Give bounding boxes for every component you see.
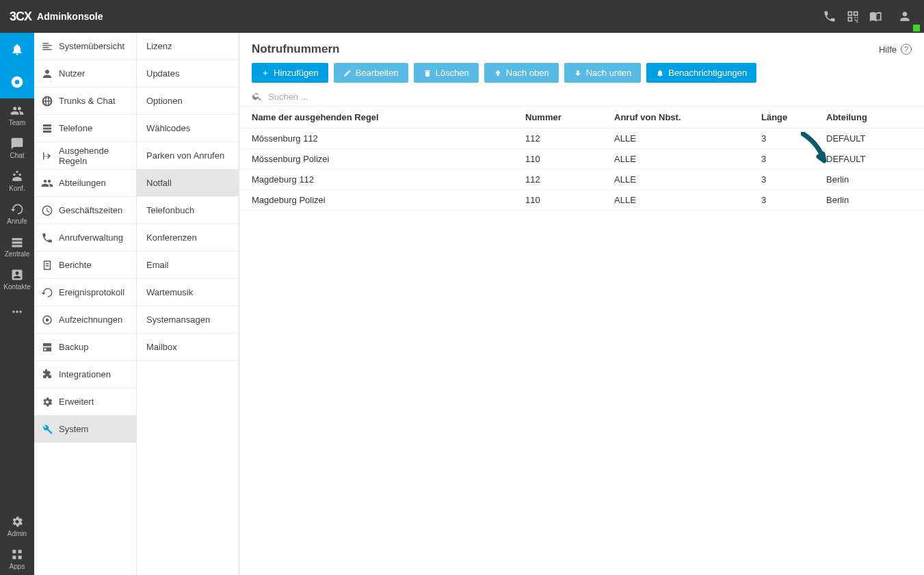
up-button-label: Nach oben xyxy=(506,68,549,78)
rail-admin-label: Admin xyxy=(8,530,27,537)
rail-team[interactable]: Team xyxy=(0,98,34,131)
cell-length: 3 xyxy=(761,133,826,144)
rail-admin[interactable]: Admin xyxy=(0,509,34,542)
subnav-item-0[interactable]: Lizenz xyxy=(137,33,239,60)
notify-button[interactable]: Benachrichtigungen xyxy=(646,63,756,83)
subnav-item-9[interactable]: Wartemusik xyxy=(137,279,239,306)
nav-item-departments[interactable]: Abteilungen xyxy=(34,170,136,197)
nav-item-user[interactable]: Nutzer xyxy=(34,60,136,88)
subnav-item-label: Wählcodes xyxy=(146,123,190,133)
cell-length: 3 xyxy=(761,195,826,205)
nav-item-gear2[interactable]: Erweitert xyxy=(34,388,136,416)
move-down-button[interactable]: Nach unten xyxy=(564,63,642,83)
nav-item-label: Ereignisprotokoll xyxy=(59,287,129,297)
table-row[interactable]: Magdeburg 112112ALLE3Berlin xyxy=(239,170,924,190)
main-panel: Notrufnummern Hilfe? Hinzufügen Bearbeit… xyxy=(239,33,924,575)
emergency-table: Name der ausgehenden Regel Nummer Anruf … xyxy=(239,107,924,211)
rail-konf[interactable]: Konf. xyxy=(0,164,34,197)
rail-chat-label: Chat xyxy=(10,152,24,159)
subnav-item-label: Telefonbuch xyxy=(146,205,194,215)
edit-button-label: Bearbeiten xyxy=(356,68,399,78)
nav-item-label: Berichte xyxy=(59,260,129,270)
move-up-button[interactable]: Nach oben xyxy=(484,63,559,83)
table-row[interactable]: Magdeburg Polizei110ALLE3Berlin xyxy=(239,190,924,211)
dial-icon[interactable] xyxy=(820,7,839,26)
rail-chat[interactable]: Chat xyxy=(0,131,34,164)
search-input[interactable] xyxy=(268,92,912,102)
nav-item-callhandle[interactable]: Anrufverwaltung xyxy=(34,224,136,252)
cell-number: 110 xyxy=(525,195,614,205)
rail-more[interactable] xyxy=(0,295,34,328)
nav-item-clock[interactable]: Geschäftszeiten xyxy=(34,197,136,224)
nav-item-outbound[interactable]: Ausgehende Regeln xyxy=(34,142,136,170)
rail-anrufe[interactable]: Anrufe xyxy=(0,197,34,230)
rail-kontakte[interactable]: Kontakte xyxy=(0,263,34,295)
rail-team-label: Team xyxy=(9,119,25,126)
nav-item-label: Abteilungen xyxy=(59,178,129,188)
cell-dept: Berlin xyxy=(826,174,912,185)
rail-bell[interactable] xyxy=(0,33,34,66)
nav-item-dashboard[interactable]: Systemübersicht xyxy=(34,33,136,60)
rail-chrome[interactable] xyxy=(0,66,34,98)
rail-zentrale[interactable]: Zentrale xyxy=(0,230,34,263)
nav-item-globe[interactable]: Trunks & Chat xyxy=(34,88,136,115)
subnav-item-3[interactable]: Wählcodes xyxy=(137,115,239,142)
left-rail: Team Chat Konf. Anrufe Zentrale Kontakte… xyxy=(0,33,34,575)
col-length[interactable]: Länge xyxy=(761,112,826,122)
rail-konf-label: Konf. xyxy=(9,185,25,192)
rail-kontakte-label: Kontakte xyxy=(3,283,30,291)
table-row[interactable]: Mössenburg 112112ALLE3DEFAULT xyxy=(239,129,924,149)
col-dept[interactable]: Abteilung xyxy=(826,112,912,122)
subnav-item-8[interactable]: Email xyxy=(137,252,239,279)
nav-item-wrench[interactable]: System xyxy=(34,416,136,443)
subnav-item-11[interactable]: Mailbox xyxy=(137,334,239,361)
cell-name: Magdeburg 112 xyxy=(252,174,525,185)
nav-item-report[interactable]: Berichte xyxy=(34,252,136,279)
add-button[interactable]: Hinzufügen xyxy=(252,63,328,83)
subnav-item-10[interactable]: Systemansagen xyxy=(137,306,239,334)
nav-item-label: Erweitert xyxy=(59,397,129,407)
cell-number: 112 xyxy=(525,174,614,185)
subnav-item-7[interactable]: Konferenzen xyxy=(137,224,239,252)
secondary-nav: LizenzUpdatesOptionenWählcodesParken von… xyxy=(137,33,239,575)
subnav-item-label: Systemansagen xyxy=(146,315,210,325)
rail-apps[interactable]: Apps xyxy=(0,542,34,575)
cell-name: Magdeburg Polizei xyxy=(252,195,525,205)
nav-item-eventlog[interactable]: Ereignisprotokoll xyxy=(34,279,136,306)
toolbar: Hinzufügen Bearbeiten Löschen Nach oben … xyxy=(239,63,924,88)
subnav-item-label: Optionen xyxy=(146,96,183,106)
edit-button[interactable]: Bearbeiten xyxy=(334,63,408,83)
nav-item-phones[interactable]: Telefone xyxy=(34,115,136,142)
subnav-item-2[interactable]: Optionen xyxy=(137,88,239,115)
subnav-item-5[interactable]: Notfall xyxy=(137,170,239,197)
user-avatar-icon[interactable] xyxy=(895,7,914,26)
nav-item-puzzle[interactable]: Integrationen xyxy=(34,361,136,388)
subnav-item-label: Mailbox xyxy=(146,342,177,352)
subnav-item-label: Wartemusik xyxy=(146,287,193,297)
col-number[interactable]: Nummer xyxy=(525,112,614,122)
cell-dept: DEFAULT xyxy=(826,154,912,164)
table-header: Name der ausgehenden Regel Nummer Anruf … xyxy=(239,107,924,129)
nav-item-backup[interactable]: Backup xyxy=(34,334,136,361)
delete-button[interactable]: Löschen xyxy=(414,63,479,83)
svg-point-6 xyxy=(46,318,49,321)
cell-from: ALLE xyxy=(614,133,761,144)
page-title: Notrufnummern xyxy=(252,42,339,56)
subnav-item-label: Updates xyxy=(146,68,179,79)
col-name[interactable]: Name der ausgehenden Regel xyxy=(252,112,525,122)
nav-item-record[interactable]: Aufzeichnungen xyxy=(34,306,136,334)
subnav-item-6[interactable]: Telefonbuch xyxy=(137,197,239,224)
subnav-item-4[interactable]: Parken von Anrufen xyxy=(137,142,239,170)
cell-from: ALLE xyxy=(614,174,761,185)
cell-length: 3 xyxy=(761,174,826,185)
cell-from: ALLE xyxy=(614,195,761,205)
help-link[interactable]: Hilfe? xyxy=(879,44,912,55)
subnav-item-1[interactable]: Updates xyxy=(137,60,239,88)
down-button-label: Nach unten xyxy=(586,68,632,78)
col-from[interactable]: Anruf von Nbst. xyxy=(614,112,761,122)
book-icon[interactable] xyxy=(867,7,886,26)
add-button-label: Hinzufügen xyxy=(274,68,319,78)
rail-zentrale-label: Zentrale xyxy=(5,250,30,258)
table-row[interactable]: Mössenburg Polizei110ALLE3DEFAULT xyxy=(239,149,924,170)
qr-icon[interactable] xyxy=(843,7,862,26)
